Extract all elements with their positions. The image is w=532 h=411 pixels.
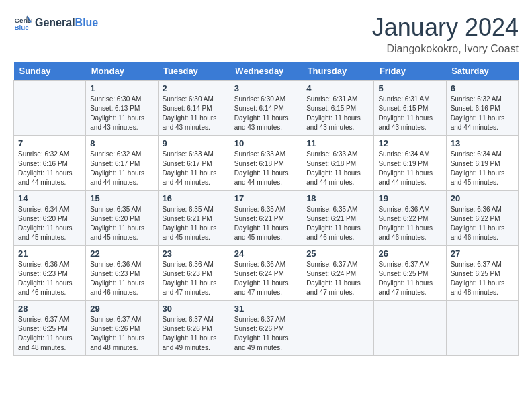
calendar-cell: 31Sunrise: 6:37 AM Sunset: 6:26 PM Dayli… bbox=[230, 301, 302, 356]
calendar-week-1: 1Sunrise: 6:30 AM Sunset: 6:13 PM Daylig… bbox=[14, 81, 519, 136]
day-info: Sunrise: 6:34 AM Sunset: 6:19 PM Dayligh… bbox=[451, 150, 514, 187]
calendar-cell: 4Sunrise: 6:31 AM Sunset: 6:15 PM Daylig… bbox=[302, 81, 374, 136]
day-number: 25 bbox=[306, 248, 369, 259]
day-info: Sunrise: 6:37 AM Sunset: 6:25 PM Dayligh… bbox=[18, 315, 81, 353]
day-info: Sunrise: 6:34 AM Sunset: 6:19 PM Dayligh… bbox=[378, 150, 441, 187]
day-number: 31 bbox=[234, 304, 298, 314]
day-number: 13 bbox=[451, 138, 514, 148]
header-monday: Monday bbox=[86, 62, 158, 81]
calendar-cell: 9Sunrise: 6:33 AM Sunset: 6:17 PM Daylig… bbox=[158, 136, 230, 191]
calendar-cell: 30Sunrise: 6:37 AM Sunset: 6:26 PM Dayli… bbox=[158, 301, 230, 356]
calendar-cell: 21Sunrise: 6:36 AM Sunset: 6:23 PM Dayli… bbox=[14, 246, 86, 301]
calendar-cell: 24Sunrise: 6:36 AM Sunset: 6:24 PM Dayli… bbox=[230, 246, 302, 301]
day-number: 19 bbox=[378, 193, 441, 203]
calendar-cell: 17Sunrise: 6:35 AM Sunset: 6:21 PM Dayli… bbox=[230, 191, 302, 246]
day-number: 14 bbox=[18, 193, 81, 203]
day-info: Sunrise: 6:31 AM Sunset: 6:15 PM Dayligh… bbox=[306, 95, 369, 132]
weekday-header-row: Sunday Monday Tuesday Wednesday Thursday… bbox=[14, 62, 519, 81]
calendar-cell: 22Sunrise: 6:36 AM Sunset: 6:23 PM Dayli… bbox=[86, 246, 158, 301]
calendar-table: Sunday Monday Tuesday Wednesday Thursday… bbox=[13, 62, 519, 356]
day-number: 29 bbox=[90, 304, 153, 314]
day-info: Sunrise: 6:36 AM Sunset: 6:23 PM Dayligh… bbox=[90, 260, 153, 298]
day-info: Sunrise: 6:34 AM Sunset: 6:20 PM Dayligh… bbox=[18, 205, 81, 242]
calendar-cell: 16Sunrise: 6:35 AM Sunset: 6:21 PM Dayli… bbox=[158, 191, 230, 246]
calendar-cell: 14Sunrise: 6:34 AM Sunset: 6:20 PM Dayli… bbox=[14, 191, 86, 246]
logo-icon: General Blue bbox=[13, 13, 32, 32]
day-info: Sunrise: 6:35 AM Sunset: 6:21 PM Dayligh… bbox=[234, 205, 298, 242]
day-info: Sunrise: 6:36 AM Sunset: 6:23 PM Dayligh… bbox=[18, 260, 81, 298]
day-number: 8 bbox=[90, 138, 153, 148]
day-info: Sunrise: 6:32 AM Sunset: 6:17 PM Dayligh… bbox=[90, 150, 153, 187]
day-info: Sunrise: 6:30 AM Sunset: 6:14 PM Dayligh… bbox=[234, 95, 298, 132]
header-thursday: Thursday bbox=[302, 62, 374, 81]
calendar-cell: 18Sunrise: 6:35 AM Sunset: 6:21 PM Dayli… bbox=[302, 191, 374, 246]
day-info: Sunrise: 6:37 AM Sunset: 6:26 PM Dayligh… bbox=[234, 315, 298, 353]
calendar-cell bbox=[302, 301, 374, 356]
day-info: Sunrise: 6:37 AM Sunset: 6:25 PM Dayligh… bbox=[451, 260, 514, 298]
page-header: General Blue GeneralBlue January 2024 Di… bbox=[13, 13, 519, 55]
calendar-week-2: 7Sunrise: 6:32 AM Sunset: 6:16 PM Daylig… bbox=[14, 136, 519, 191]
header-sunday: Sunday bbox=[14, 62, 86, 81]
day-number: 12 bbox=[378, 138, 441, 148]
day-info: Sunrise: 6:37 AM Sunset: 6:26 PM Dayligh… bbox=[90, 315, 153, 353]
title-section: January 2024 Diangokokokro, Ivory Coast bbox=[372, 13, 519, 55]
day-info: Sunrise: 6:37 AM Sunset: 6:24 PM Dayligh… bbox=[306, 260, 369, 298]
calendar-cell: 27Sunrise: 6:37 AM Sunset: 6:25 PM Dayli… bbox=[446, 246, 518, 301]
calendar-cell: 12Sunrise: 6:34 AM Sunset: 6:19 PM Dayli… bbox=[374, 136, 446, 191]
day-info: Sunrise: 6:36 AM Sunset: 6:24 PM Dayligh… bbox=[234, 260, 298, 298]
calendar-cell bbox=[446, 301, 518, 356]
logo-line1: General bbox=[35, 17, 75, 28]
logo-text: GeneralBlue bbox=[35, 17, 98, 29]
day-number: 1 bbox=[90, 83, 153, 93]
day-number: 28 bbox=[18, 304, 81, 314]
day-number: 6 bbox=[451, 83, 514, 93]
day-number: 5 bbox=[378, 83, 441, 93]
calendar-cell: 2Sunrise: 6:30 AM Sunset: 6:14 PM Daylig… bbox=[158, 81, 230, 136]
day-number: 27 bbox=[451, 248, 514, 259]
calendar-cell: 19Sunrise: 6:36 AM Sunset: 6:22 PM Dayli… bbox=[374, 191, 446, 246]
calendar-cell: 10Sunrise: 6:33 AM Sunset: 6:18 PM Dayli… bbox=[230, 136, 302, 191]
calendar-cell: 6Sunrise: 6:32 AM Sunset: 6:16 PM Daylig… bbox=[446, 81, 518, 136]
logo-line2: Blue bbox=[75, 17, 99, 28]
day-number: 7 bbox=[18, 138, 81, 148]
calendar-week-5: 28Sunrise: 6:37 AM Sunset: 6:25 PM Dayli… bbox=[14, 301, 519, 356]
day-number: 4 bbox=[306, 83, 369, 93]
header-saturday: Saturday bbox=[446, 62, 518, 81]
day-number: 15 bbox=[90, 193, 153, 203]
calendar-cell: 20Sunrise: 6:36 AM Sunset: 6:22 PM Dayli… bbox=[446, 191, 518, 246]
calendar-cell: 11Sunrise: 6:33 AM Sunset: 6:18 PM Dayli… bbox=[302, 136, 374, 191]
calendar-cell: 29Sunrise: 6:37 AM Sunset: 6:26 PM Dayli… bbox=[86, 301, 158, 356]
day-number: 20 bbox=[451, 193, 514, 203]
calendar-cell: 25Sunrise: 6:37 AM Sunset: 6:24 PM Dayli… bbox=[302, 246, 374, 301]
location-title: Diangokokokro, Ivory Coast bbox=[372, 43, 519, 55]
day-info: Sunrise: 6:32 AM Sunset: 6:16 PM Dayligh… bbox=[451, 95, 514, 132]
calendar-cell: 7Sunrise: 6:32 AM Sunset: 6:16 PM Daylig… bbox=[14, 136, 86, 191]
day-info: Sunrise: 6:35 AM Sunset: 6:21 PM Dayligh… bbox=[306, 205, 369, 242]
day-info: Sunrise: 6:33 AM Sunset: 6:18 PM Dayligh… bbox=[306, 150, 369, 187]
month-title: January 2024 bbox=[372, 13, 519, 42]
day-info: Sunrise: 6:30 AM Sunset: 6:13 PM Dayligh… bbox=[90, 95, 153, 132]
day-info: Sunrise: 6:36 AM Sunset: 6:23 PM Dayligh… bbox=[163, 260, 226, 298]
day-info: Sunrise: 6:36 AM Sunset: 6:22 PM Dayligh… bbox=[451, 205, 514, 242]
calendar-cell: 3Sunrise: 6:30 AM Sunset: 6:14 PM Daylig… bbox=[230, 81, 302, 136]
day-number: 30 bbox=[163, 304, 226, 314]
day-number: 11 bbox=[306, 138, 369, 148]
header-friday: Friday bbox=[374, 62, 446, 81]
day-number: 23 bbox=[163, 248, 226, 259]
calendar-cell: 5Sunrise: 6:31 AM Sunset: 6:15 PM Daylig… bbox=[374, 81, 446, 136]
calendar-cell: 1Sunrise: 6:30 AM Sunset: 6:13 PM Daylig… bbox=[86, 81, 158, 136]
day-number: 9 bbox=[163, 138, 226, 148]
calendar-cell: 13Sunrise: 6:34 AM Sunset: 6:19 PM Dayli… bbox=[446, 136, 518, 191]
calendar-week-3: 14Sunrise: 6:34 AM Sunset: 6:20 PM Dayli… bbox=[14, 191, 519, 246]
day-info: Sunrise: 6:37 AM Sunset: 6:25 PM Dayligh… bbox=[378, 260, 441, 298]
day-number: 10 bbox=[234, 138, 298, 148]
day-info: Sunrise: 6:36 AM Sunset: 6:22 PM Dayligh… bbox=[378, 205, 441, 242]
day-info: Sunrise: 6:30 AM Sunset: 6:14 PM Dayligh… bbox=[163, 95, 226, 132]
header-tuesday: Tuesday bbox=[158, 62, 230, 81]
day-info: Sunrise: 6:37 AM Sunset: 6:26 PM Dayligh… bbox=[163, 315, 226, 353]
day-number: 16 bbox=[163, 193, 226, 203]
day-info: Sunrise: 6:32 AM Sunset: 6:16 PM Dayligh… bbox=[18, 150, 81, 187]
calendar-cell: 23Sunrise: 6:36 AM Sunset: 6:23 PM Dayli… bbox=[158, 246, 230, 301]
calendar-cell bbox=[14, 81, 86, 136]
day-number: 22 bbox=[90, 248, 153, 259]
